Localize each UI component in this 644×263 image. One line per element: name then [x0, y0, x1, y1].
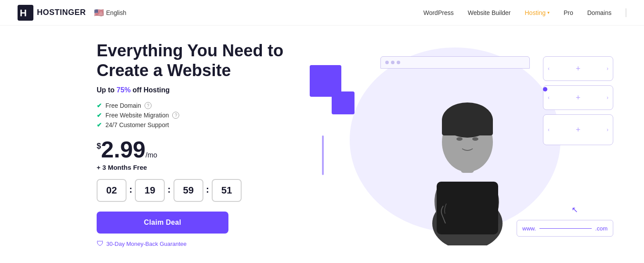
hero-left: Everything You Need to Create a Website … [97, 41, 283, 248]
chevron-down-icon: ▾ [547, 10, 550, 15]
price-row: $ 2.99 /mo [97, 138, 283, 161]
browser-dot [385, 61, 389, 64]
svg-point-11 [472, 137, 478, 141]
countdown-minutes: 19 [135, 179, 165, 202]
domain-bar: www. .com [517, 220, 613, 237]
countdown-sep2: : [167, 184, 170, 197]
accent-dot [543, 87, 547, 91]
ui-card-bottom: ‹ + › [543, 114, 613, 145]
hero-subtitle: Up to 75% off Hosting [97, 86, 283, 94]
feature-support: ✔ 24/7 Customer Support [97, 121, 283, 128]
card-add-icon: + [576, 125, 581, 135]
check-icon: ✔ [97, 112, 102, 119]
domain-line [539, 228, 592, 229]
language-selector[interactable]: 🇺🇸 English [94, 8, 127, 18]
hero-title: Everything You Need to Create a Website [97, 41, 283, 80]
nav-website-builder[interactable]: Website Builder [468, 9, 511, 16]
nav-wordpress[interactable]: WordPress [423, 9, 454, 16]
price-period: /mo [145, 151, 157, 159]
countdown-timer: 02 : 19 : 59 : 51 [97, 179, 283, 202]
lang-label: English [106, 9, 127, 16]
countdown-sep1: : [129, 184, 132, 197]
browser-dot [397, 61, 400, 64]
flag-icon: 🇺🇸 [94, 8, 104, 18]
price-bonus: + 3 Months Free [97, 164, 283, 171]
domain-suffix: .com [595, 225, 608, 232]
hero-person-image [406, 69, 529, 245]
check-icon: ✔ [97, 102, 102, 109]
svg-rect-9 [442, 118, 493, 135]
info-icon-domain[interactable]: ? [145, 102, 152, 109]
card-nav-left: ‹ [548, 66, 550, 72]
claim-deal-button[interactable]: Claim Deal [97, 212, 228, 234]
vertical-bar-left [322, 135, 324, 175]
logo-text: HOSTINGER [37, 8, 86, 17]
shield-icon: 🛡 [97, 240, 104, 248]
card-nav-left: ‹ [548, 127, 550, 133]
nav-pro[interactable]: Pro [564, 9, 573, 16]
countdown-frames: 51 [212, 179, 242, 202]
nav-hosting[interactable]: Hosting ▾ [525, 9, 549, 16]
card-nav-right: › [607, 95, 608, 101]
countdown-sep3: : [206, 184, 209, 197]
header-left: H HOSTINGER 🇺🇸 English [18, 5, 126, 21]
ui-card-top: ‹ + › [543, 56, 613, 81]
browser-mockup-top [380, 56, 530, 69]
price-amount: 2.99 [101, 138, 145, 161]
features-list: ✔ Free Domain ? ✔ Free Website Migration… [97, 102, 283, 128]
price-dollar: $ [97, 142, 101, 151]
svg-point-10 [456, 137, 463, 141]
card-add-icon: + [576, 93, 581, 102]
nav-divider [626, 8, 626, 17]
browser-dot [391, 61, 394, 64]
ui-card-middle: ‹ + › [543, 85, 613, 110]
countdown-seconds: 59 [174, 179, 203, 202]
card-nav-left: ‹ [548, 95, 550, 101]
card-add-icon: + [576, 64, 581, 73]
countdown-hours: 02 [97, 179, 127, 202]
feature-domain: ✔ Free Domain ? [97, 102, 283, 109]
header: H HOSTINGER 🇺🇸 English WordPress Website… [0, 0, 644, 26]
svg-text:H: H [20, 7, 27, 18]
main-nav: WordPress Website Builder Hosting ▾ Pro … [423, 8, 626, 17]
main-content: Everything You Need to Create a Website … [0, 26, 644, 263]
feature-migration: ✔ Free Website Migration ? [97, 112, 283, 119]
ui-cards: ‹ + › ‹ + › ‹ + › [543, 56, 613, 145]
domain-prefix: www. [522, 225, 536, 232]
svg-rect-5 [437, 182, 498, 234]
nav-domains[interactable]: Domains [587, 9, 611, 16]
logo[interactable]: H HOSTINGER [18, 5, 86, 21]
info-icon-migration[interactable]: ? [172, 112, 179, 119]
card-nav-right: › [607, 127, 608, 133]
hero-illustration: ‹ + › ‹ + › ‹ + › [283, 39, 626, 250]
cursor-icon: ↖ [572, 205, 578, 215]
card-nav-right: › [607, 66, 608, 72]
guarantee-label: 🛡 30-Day Money-Back Guarantee [97, 240, 283, 248]
check-icon: ✔ [97, 121, 102, 128]
purple-square-small [332, 91, 355, 114]
